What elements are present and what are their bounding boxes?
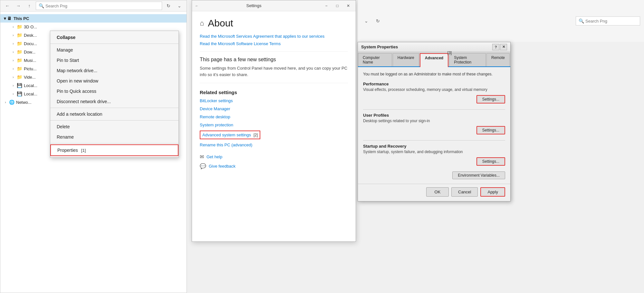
ctx-pin-start[interactable]: Pin to Start <box>50 55 178 65</box>
this-pc-row[interactable]: ▼ 🖥 This PC <box>0 14 187 23</box>
ctx-pin-quick-label: Pin to Quick access <box>57 89 96 94</box>
ctx-map-network[interactable]: Map network drive... <box>50 65 178 76</box>
chevron-network: › <box>3 100 8 105</box>
software-license-link[interactable]: Read the Microsoft Software License Term… <box>200 41 348 46</box>
ctx-open-new-window-label: Open in new window <box>57 78 98 83</box>
sp-ok-btn[interactable]: OK <box>426 187 449 197</box>
settings-page-title: ⌂ About <box>200 18 348 29</box>
ctx-open-new-window[interactable]: Open in new window <box>50 76 178 86</box>
advanced-system-settings-link[interactable]: Advanced system settings [2] <box>200 131 260 139</box>
sys-props-close-btn[interactable]: ✕ <box>500 44 507 50</box>
settings-close-button[interactable]: ✕ <box>343 2 353 10</box>
chevron-desktop: › <box>11 33 16 38</box>
sys-props-controls: ? ✕ <box>492 44 507 50</box>
up-button[interactable]: ↑ <box>25 2 34 10</box>
device-manager-link[interactable]: Device Manager <box>200 106 348 111</box>
search-bar: 🔍 <box>36 2 162 10</box>
chevron-downloads: › <box>11 49 16 54</box>
sp-tab-system-protection[interactable]: System Protection <box>449 53 486 66</box>
back-button[interactable]: ← <box>3 2 12 10</box>
search-input[interactable] <box>45 4 159 8</box>
sp-tab-remote[interactable]: Remote <box>486 53 510 66</box>
give-feedback-item[interactable]: 💬 Give feedback <box>200 163 348 169</box>
sp-cancel-btn[interactable]: Cancel <box>451 187 478 197</box>
sys-props-titlebar: System Properties ? ✕ <box>358 42 510 52</box>
folder-icon-desktop: 📁 <box>16 32 22 38</box>
settings-maximize-button[interactable]: □ <box>332 2 342 10</box>
sp-admin-note: You must be logged on as an Administrato… <box>363 72 505 77</box>
ctx-properties-badge: [1] <box>81 148 86 153</box>
settings-page-title-text: About <box>208 18 233 29</box>
ctx-sep-2 <box>50 108 178 108</box>
ctx-disconnect-label: Disconnect network drive... <box>57 99 111 104</box>
settings-title-label: Settings <box>202 3 306 8</box>
ctx-manage[interactable]: Manage <box>50 45 178 55</box>
sp-content: You must be logged on as an Administrato… <box>358 67 510 184</box>
sp-tab-hardware[interactable]: Hardware <box>393 53 419 66</box>
settings-window-controls: − □ ✕ <box>322 2 353 10</box>
right-panel-bg: ⌄ ↻ 🔍 <box>358 0 644 42</box>
ms-services-link[interactable]: Read the Microsoft Services Agreement th… <box>200 34 348 39</box>
context-menu: Collapse Manage Pin to Start Map network… <box>50 31 179 158</box>
this-pc-chevron: ▼ <box>3 16 7 21</box>
refresh-button[interactable]: ↻ <box>164 2 173 10</box>
env-variables-btn[interactable]: Environment Variables... <box>452 171 505 179</box>
sp-perf-title: Performance <box>363 82 505 86</box>
sp-apply-btn[interactable]: Apply <box>480 187 505 197</box>
ctx-manage-label: Manage <box>57 47 73 53</box>
advanced-system-settings-label: Advanced system settings <box>202 132 251 137</box>
right-panel-dropdown[interactable]: ⌄ <box>362 17 371 25</box>
ctx-disconnect[interactable]: Disconnect network drive... <box>50 96 178 107</box>
tree-item-3d[interactable]: › 📁 3D O... <box>8 23 187 31</box>
dropdown-button[interactable]: ⌄ <box>175 2 184 10</box>
folder-icon-videos: 📁 <box>16 74 22 80</box>
forward-button[interactable]: → <box>14 2 23 10</box>
settings-notice-title: This page has a few new settings <box>200 57 348 63</box>
rename-pc-link[interactable]: Rename this PC (advanced) <box>200 142 348 147</box>
sp-tab-advanced[interactable]: Advanced [3] <box>420 53 448 67</box>
sp-profiles-settings-btn[interactable]: Settings... <box>476 126 505 134</box>
sp-tab-hardware-label: Hardware <box>398 55 414 60</box>
sp-perf-settings-btn[interactable]: Settings... <box>476 95 505 103</box>
folder-icon-local1: 💾 <box>16 83 22 88</box>
sp-perf-desc: Visual effects, processor scheduling, me… <box>363 87 505 93</box>
system-protection-link[interactable]: System protection <box>200 122 348 127</box>
chevron-3d: › <box>11 24 16 29</box>
sp-tabs: Computer Name Hardware Advanced [3] Syst… <box>358 52 510 67</box>
ctx-add-network-label: Add a network location <box>57 112 102 117</box>
sp-tab-computer-name[interactable]: Computer Name <box>358 53 392 66</box>
bitlocker-link[interactable]: BitLocker settings <box>200 98 348 103</box>
get-help-label: Get help <box>207 154 222 159</box>
settings-minimize-button[interactable]: − <box>322 2 331 10</box>
remote-desktop-link[interactable]: Remote desktop <box>200 114 348 119</box>
folder-icon-music: 📁 <box>16 57 22 63</box>
settings-back-button[interactable]: ← <box>195 4 199 8</box>
ctx-pin-quick[interactable]: Pin to Quick access <box>50 86 178 96</box>
ctx-delete[interactable]: Delete <box>50 122 178 132</box>
ctx-collapse[interactable]: Collapse <box>50 32 178 43</box>
chevron-pictures: › <box>11 66 16 71</box>
get-help-item[interactable]: ✉ Get help <box>200 154 348 160</box>
ctx-collapse-label: Collapse <box>57 35 75 40</box>
ctx-properties-label: Properties <box>57 148 78 153</box>
ctx-rename[interactable]: Rename <box>50 132 178 142</box>
folder-icon-local2: 💾 <box>16 91 22 97</box>
ctx-add-network[interactable]: Add a network location <box>50 109 178 119</box>
sp-section-user-profiles: User Profiles Desktop settings related t… <box>363 113 505 135</box>
right-search-input[interactable] <box>585 19 630 24</box>
right-panel-refresh[interactable]: ↻ <box>373 17 382 25</box>
ctx-sep-3 <box>50 120 178 121</box>
sys-props-help-btn[interactable]: ? <box>492 44 499 50</box>
folder-icon-documents: 📁 <box>16 41 22 46</box>
folder-icon-network: 🌐 <box>9 99 14 105</box>
right-search-bar: 🔍 <box>576 16 640 25</box>
sp-divider-1 <box>363 109 505 110</box>
chevron-local2: › <box>11 91 16 96</box>
ctx-map-network-label: Map network drive... <box>57 68 97 73</box>
sp-startup-desc: System startup, system failure, and debu… <box>363 149 505 155</box>
sp-tab-advanced-badge: [3] <box>447 51 452 55</box>
sp-tab-remote-label: Remote <box>491 55 505 60</box>
sp-startup-settings-btn[interactable]: Settings... <box>476 157 505 166</box>
ctx-properties[interactable]: Properties [1] <box>50 144 178 156</box>
related-settings-title: Related settings <box>200 90 348 95</box>
